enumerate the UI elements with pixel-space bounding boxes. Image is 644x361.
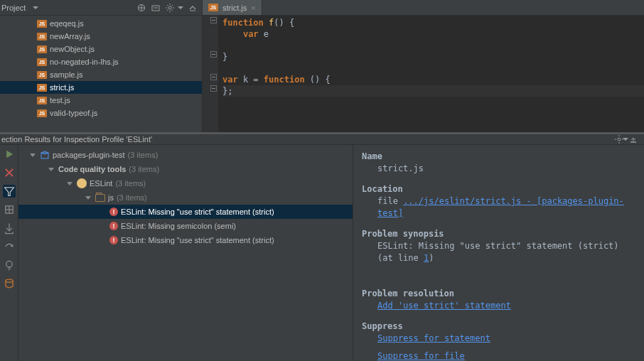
package-icon — [40, 150, 50, 160]
project-title[interactable]: Project — [0, 4, 26, 12]
detail-resolution-heading: Problem resolution — [362, 288, 635, 300]
svg-line-10 — [167, 5, 168, 6]
inspection-tool-window: ection Results for Inspection Profile 'E… — [0, 132, 644, 361]
quickfix-link[interactable]: Add 'use strict' statement — [377, 301, 511, 311]
collapse-all-icon[interactable] — [151, 3, 161, 13]
tree-tool[interactable]: ESLint (3 items) — [18, 176, 353, 190]
tree-root[interactable]: packages-plugin-test (3 items) — [18, 148, 353, 162]
fold-icon[interactable] — [210, 85, 217, 92]
svg-point-30 — [11, 244, 13, 247]
suppress-file-link[interactable]: Suppress for file — [377, 351, 465, 361]
js-file-icon: JS — [37, 44, 47, 54]
dropdown-icon[interactable] — [623, 138, 628, 141]
js-file-icon: JS — [37, 108, 47, 118]
file-tree[interactable]: JS eqeqeq.js JS newArray.js JS newObject… — [0, 16, 202, 119]
error-icon: ! — [109, 222, 118, 230]
svg-point-5 — [168, 6, 171, 9]
file-name: eqeqeq.js — [50, 19, 84, 28]
file-name: newObject.js — [50, 45, 95, 53]
js-file-icon: JS — [37, 82, 47, 92]
bulb-icon[interactable] — [3, 259, 16, 271]
hide-icon[interactable] — [188, 3, 198, 13]
inspection-item[interactable]: ! ESLint: Missing semicolon (semi) — [18, 219, 353, 233]
dropdown-icon[interactable] — [33, 6, 38, 9]
svg-rect-35 — [41, 153, 48, 158]
file-row[interactable]: JS no-negated-in-lhs.js — [0, 55, 202, 68]
file-row[interactable]: JS newObject.js — [0, 43, 202, 55]
hide-icon[interactable] — [628, 134, 638, 144]
editor-tabbar: JS strict.js × — [203, 0, 644, 16]
file-row[interactable]: JS valid-typeof.js — [0, 107, 202, 119]
inspection-toolbar — [0, 145, 18, 361]
editor-tab-label: strict.js — [222, 4, 247, 12]
caret-down-icon[interactable] — [85, 196, 91, 200]
inspection-detail: Name strict.js Location file .../js/esli… — [353, 145, 644, 361]
inspection-item-text: ESLint: Missing "use strict" statement (… — [121, 236, 274, 244]
inspection-item[interactable]: ! ESLint: Missing "use strict" statement… — [18, 233, 353, 247]
settings-icon[interactable] — [3, 240, 16, 253]
js-file-icon: JS — [37, 57, 47, 67]
file-name: newArray.js — [50, 32, 90, 41]
svg-line-12 — [167, 9, 168, 11]
error-icon: ! — [109, 208, 118, 216]
tree-count: (3 items) — [129, 165, 159, 173]
file-name: valid-typeof.js — [50, 109, 97, 117]
project-header: Project — [0, 0, 202, 16]
inspection-item-text: ESLint: Missing "use strict" statement (… — [121, 208, 274, 216]
fold-icon[interactable] — [210, 17, 217, 23]
file-row[interactable]: JS strict.js — [0, 81, 202, 94]
tree-group[interactable]: Code quality tools (3 items) — [18, 162, 353, 176]
file-row[interactable]: JS sample.js — [0, 68, 202, 81]
close-icon[interactable]: × — [251, 4, 255, 12]
inspection-title: ection Results for Inspection Profile 'E… — [1, 135, 152, 144]
file-name: test.js — [50, 96, 70, 104]
file-row[interactable]: JS eqeqeq.js — [0, 17, 202, 30]
suppress-statement-link[interactable]: Suppress for statement — [377, 333, 490, 343]
caret-down-icon[interactable] — [67, 182, 73, 185]
fold-icon[interactable] — [210, 74, 217, 80]
detail-synopsis-value: ESLint: Missing "use strict" statement (… — [362, 240, 635, 264]
filter-icon[interactable] — [3, 185, 16, 198]
tree-count: (3 items) — [128, 151, 159, 159]
tree-count: (3 items) — [115, 179, 146, 188]
caret-down-icon[interactable] — [30, 153, 36, 157]
js-file-icon: JS — [37, 70, 47, 80]
detail-suppress-heading: Suppress — [362, 320, 635, 333]
js-file-icon: JS — [37, 95, 47, 105]
detail-name-heading: Name — [362, 151, 635, 163]
scroll-to-source-icon[interactable] — [136, 3, 146, 13]
gear-icon[interactable] — [165, 3, 175, 13]
gutter[interactable] — [203, 16, 218, 132]
detail-synopsis-heading: Problem synopsis — [362, 228, 635, 240]
js-file-icon: JS — [37, 18, 47, 28]
svg-line-11 — [172, 9, 173, 11]
file-row[interactable]: JS newArray.js — [0, 30, 202, 43]
file-name: no-negated-in-lhs.js — [50, 58, 119, 66]
inspection-results-tree[interactable]: packages-plugin-test (3 items) Code qual… — [18, 145, 353, 361]
inspection-item[interactable]: ! ESLint: Missing "use strict" statement… — [18, 205, 353, 219]
svg-point-31 — [6, 261, 11, 266]
editor-area: JS strict.js × function f() { var e } va… — [203, 0, 644, 132]
file-row[interactable]: JS test.js — [0, 94, 202, 107]
tree-folder[interactable]: js (3 items) — [18, 190, 353, 205]
rerun-icon[interactable] — [3, 148, 16, 161]
detail-name-value: strict.js — [362, 163, 635, 175]
expand-all-icon[interactable] — [3, 203, 16, 216]
tree-label: Code quality tools — [58, 165, 126, 173]
code-editor[interactable]: function f() { var e } var k = function … — [203, 16, 644, 132]
file-link[interactable]: .../js/eslint/strict.js - [packages-plug… — [377, 196, 624, 218]
code-content[interactable]: function f() { var e } var k = function … — [218, 16, 644, 132]
dropdown-icon[interactable] — [178, 6, 183, 9]
export-icon[interactable] — [3, 222, 16, 235]
inspection-item-text: ESLint: Missing semicolon (semi) — [121, 222, 236, 230]
close-icon[interactable] — [3, 166, 16, 179]
tree-label: js — [108, 193, 114, 202]
editor-tab[interactable]: JS strict.js × — [203, 0, 262, 15]
error-icon: ! — [109, 236, 118, 244]
diff-icon[interactable] — [3, 277, 16, 290]
js-file-icon: JS — [37, 31, 47, 41]
caret-down-icon[interactable] — [48, 168, 54, 171]
tree-label: packages-plugin-test — [53, 151, 125, 159]
fold-icon[interactable] — [210, 51, 217, 58]
tree-count: (3 items) — [117, 193, 147, 202]
